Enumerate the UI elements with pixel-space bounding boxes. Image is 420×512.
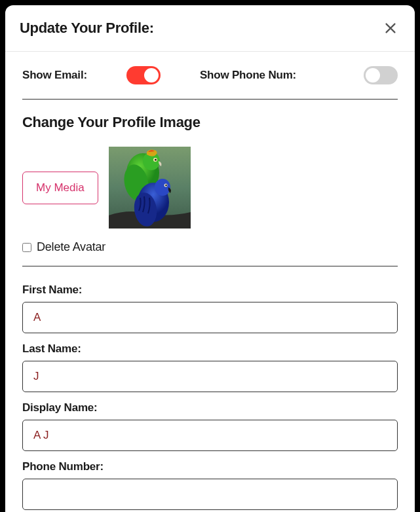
modal-body: Show Email: Show Phone Num: Change Your … — [5, 52, 415, 512]
show-phone-toggle[interactable] — [364, 66, 398, 84]
toggle-knob — [144, 68, 159, 82]
toggle-knob — [366, 68, 380, 82]
delete-avatar-label: Delete Avatar — [37, 240, 105, 254]
show-phone-group: Show Phone Num: — [200, 66, 398, 84]
last-name-input[interactable] — [22, 361, 398, 392]
display-name-field: Display Name: — [22, 401, 398, 451]
last-name-field: Last Name: — [22, 342, 398, 392]
update-profile-modal: Update Your Profile: Show Email: Show Ph… — [5, 5, 415, 512]
first-name-field: First Name: — [22, 283, 398, 333]
delete-avatar-row: Delete Avatar — [22, 239, 398, 266]
phone-number-field: Phone Number: — [22, 460, 398, 510]
display-name-input[interactable] — [22, 420, 398, 451]
show-email-label: Show Email: — [22, 69, 87, 82]
delete-avatar-checkbox[interactable] — [22, 243, 31, 252]
show-email-group: Show Email: — [22, 66, 161, 84]
show-phone-label: Show Phone Num: — [200, 69, 296, 82]
close-icon — [383, 21, 398, 35]
display-name-label: Display Name: — [22, 401, 398, 414]
my-media-button[interactable]: My Media — [22, 172, 98, 204]
visibility-toggles-row: Show Email: Show Phone Num: — [22, 66, 398, 100]
svg-point-4 — [155, 159, 157, 161]
modal-title: Update Your Profile: — [20, 20, 154, 37]
first-name-label: First Name: — [22, 283, 398, 297]
avatar-image — [109, 147, 191, 229]
avatar-preview — [109, 147, 191, 229]
media-row: My Media — [22, 147, 398, 229]
last-name-label: Last Name: — [22, 342, 398, 356]
svg-point-7 — [155, 179, 170, 196]
first-name-input[interactable] — [22, 302, 398, 333]
modal-header: Update Your Profile: — [5, 5, 415, 52]
phone-number-label: Phone Number: — [22, 460, 398, 473]
svg-point-9 — [165, 185, 166, 186]
phone-number-input[interactable] — [22, 479, 398, 510]
change-image-heading: Change Your Profile Image — [22, 114, 398, 131]
show-email-toggle[interactable] — [126, 66, 161, 84]
close-button[interactable] — [381, 18, 400, 38]
